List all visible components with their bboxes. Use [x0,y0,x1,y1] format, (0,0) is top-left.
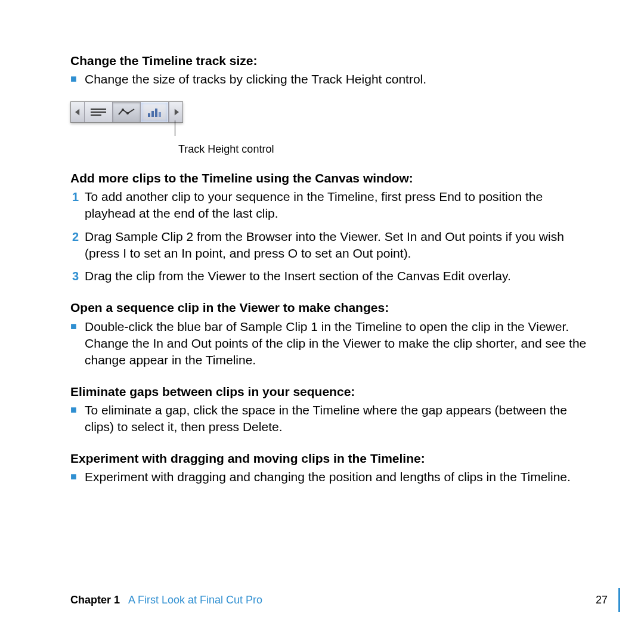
lines-icon [91,109,106,116]
timeline-toolbar [70,101,183,123]
section-open-sequence: Open a sequence clip in the Viewer to ma… [70,299,590,369]
bullet-text: Change the size of tracks by clicking th… [85,71,426,88]
step-number: 3 [70,268,79,285]
bullet-row: ■ Double-click the blue bar of Sample Cl… [70,318,590,369]
step-text: Drag the clip from the Viewer to the Ins… [85,268,511,285]
section-eliminate-gaps: Eliminate gaps between clips in your seq… [70,383,590,436]
bullet-icon: ■ [70,71,79,88]
footer-right: 27 [596,588,620,612]
heading-open-sequence: Open a sequence clip in the Viewer to ma… [70,299,590,315]
toolbar-lines-button[interactable] [85,102,113,122]
bullet-row: ■ Experiment with dragging and changing … [70,469,590,485]
callout-tick [175,120,175,136]
section-add-clips: Add more clips to the Timeline using the… [70,170,590,286]
page-edge-rule [618,588,620,612]
step-row: 2 Drag Sample Clip 2 from the Browser in… [70,228,590,262]
chapter-title: A First Look at Final Cut Pro [128,594,262,606]
bullet-row: ■ Change the size of tracks by clicking … [70,71,590,88]
footer-left: Chapter 1 A First Look at Final Cut Pro [70,594,262,606]
bullet-text: Double-click the blue bar of Sample Clip… [85,318,590,369]
bullet-icon: ■ [70,402,79,436]
bullet-icon: ■ [70,469,79,485]
step-text: To add another clip to your sequence in … [85,188,590,222]
svg-marker-3 [174,109,178,115]
toolbar-scroll-left[interactable] [71,102,85,122]
page-number: 27 [596,594,608,606]
step-number: 2 [70,228,79,262]
bullet-row: ■ To eliminate a gap, click the space in… [70,402,590,436]
toolbar-keyframe-button[interactable] [113,102,141,122]
page-content: Change the Timeline track size: ■ Change… [0,0,644,485]
heading-change-track-size: Change the Timeline track size: [70,52,590,69]
step-number: 1 [70,188,79,222]
arrow-right-icon [174,109,179,116]
bullet-text: Experiment with dragging and changing th… [85,469,571,485]
step-text: Drag Sample Clip 2 from the Browser into… [85,228,590,262]
callout-line [175,124,590,144]
heading-add-clips: Add more clips to the Timeline using the… [70,170,590,186]
arrow-left-icon [75,109,80,116]
svg-point-2 [126,112,129,114]
toolbar-scroll-right[interactable] [169,102,182,122]
svg-marker-0 [75,109,79,115]
keyframe-icon [118,108,135,116]
bullet-icon: ■ [70,318,79,369]
chapter-label: Chapter 1 [70,594,120,606]
heading-experiment: Experiment with dragging and moving clip… [70,450,590,466]
svg-point-1 [122,109,124,111]
heading-eliminate-gaps: Eliminate gaps between clips in your seq… [70,383,590,400]
toolbar-figure: Track Height control [70,101,590,156]
bullet-text: To eliminate a gap, click the space in t… [85,402,590,436]
page-footer: Chapter 1 A First Look at Final Cut Pro … [70,588,620,612]
track-height-control[interactable] [141,102,169,122]
track-height-icon [148,107,161,117]
callout-label: Track Height control [178,143,590,156]
step-row: 3 Drag the clip from the Viewer to the I… [70,268,590,285]
section-experiment: Experiment with dragging and moving clip… [70,450,590,486]
step-row: 1 To add another clip to your sequence i… [70,188,590,222]
